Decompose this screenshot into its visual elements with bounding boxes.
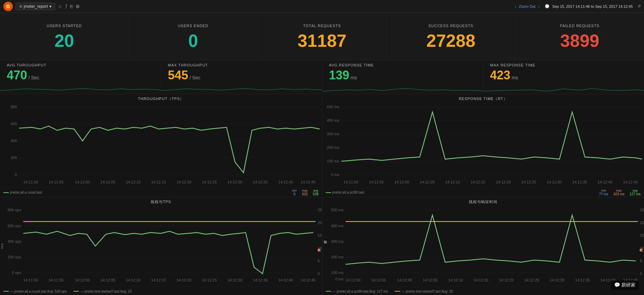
watermark-icon: 💬 <box>614 282 620 288</box>
svg-text:0 ms: 0 ms <box>335 277 344 281</box>
legend-green-line <box>3 291 9 292</box>
legend-threads-rt-series1: — jmeter.all.a.pct90.last Avg: 127 ms <box>332 290 388 293</box>
chart-rt-body: 500 ms 400 ms 300 ms 200 ms 100 ms 0 ms … <box>322 103 644 188</box>
metric-unit-avg-response-time: ms <box>351 75 357 80</box>
chart-column-left: THROUGHPUT（TPS） 800 600 400 200 0 14 <box>0 94 322 295</box>
svg-text:200 ms: 200 ms <box>331 255 343 259</box>
dropdown-icon: ▾ <box>49 4 51 9</box>
share-icon[interactable]: ⤴ <box>65 4 67 9</box>
metric-unit-max-throughput: / Sec <box>190 75 200 80</box>
svg-text:600 ops: 600 ops <box>7 224 21 228</box>
svg-text:14:12:20: 14:12:20 <box>177 180 192 184</box>
refresh-icon[interactable]: ↺ <box>638 4 641 8</box>
topbar-right: ‹ Zoom Out › 🕐 Sep 15, 2017 14:11:46 to … <box>515 4 641 8</box>
rt-min-value: 77 ms <box>599 192 608 196</box>
settings-icon[interactable]: ⚙ <box>76 4 80 9</box>
svg-text:14:12:20: 14:12:20 <box>496 180 511 184</box>
svg-text:14:12:30: 14:12:30 <box>228 278 242 282</box>
metric-label-avg-response-time: AVG RESPONSE TIME <box>329 63 476 67</box>
chart-threads-rt-title: 线程与响应时间 <box>322 199 644 204</box>
stat-value-failed-requests: 3899 <box>560 32 599 50</box>
chart-tps-body: 800 600 400 200 0 14:11:50 14:11:55 14:1… <box>0 103 322 188</box>
svg-text:15: 15 <box>640 233 644 237</box>
svg-text:500 ms: 500 ms <box>327 105 339 109</box>
svg-text:14:11:55: 14:11:55 <box>49 278 64 282</box>
stat-label-failed-requests: FAILED REQUESTS <box>560 24 599 28</box>
svg-text:300 ms: 300 ms <box>331 239 343 243</box>
legend-threads-rt-green-line <box>326 291 331 292</box>
chart-threads-tps-svg: 800 ops 600 ops 400 ops 200 ops 0 ops 25… <box>0 206 322 287</box>
svg-text:10: 10 <box>640 246 644 250</box>
legend-threads-rt-gold-line <box>395 291 400 292</box>
svg-text:14:11:55: 14:11:55 <box>369 180 384 184</box>
star-icon[interactable]: ☆ <box>58 4 62 9</box>
svg-text:200 ms: 200 ms <box>327 145 339 150</box>
svg-text:14:12:00: 14:12:00 <box>75 180 90 184</box>
zoom-out-right-icon[interactable]: › <box>538 4 539 8</box>
svg-text:800 ops: 800 ops <box>7 208 21 212</box>
stat-success-requests: SUCCESS REQUESTS 27288 <box>387 13 516 60</box>
stat-label-users-ended: USERS ENDED <box>178 24 208 28</box>
grafana-logo[interactable]: G <box>3 2 13 11</box>
rt-min-col: min 77 ms <box>599 189 608 196</box>
watermark: 💬 易研家 <box>611 280 639 290</box>
legend-tps-label: jmeter.all.a.count.last <box>10 191 42 194</box>
tps-avg-value: 538 <box>313 192 319 196</box>
metric-avg-response-time: AVG RESPONSE TIME 139 ms <box>322 60 484 94</box>
svg-text:400 ms: 400 ms <box>327 118 339 122</box>
svg-text:14:11:50: 14:11:50 <box>343 180 358 184</box>
clock-icon: 🕐 <box>545 4 550 8</box>
svg-text:14:11:55: 14:11:55 <box>49 180 64 184</box>
metric-label-max-response-time: MAX RESPONSE TIME <box>490 63 637 67</box>
svg-text:14:11:50: 14:11:50 <box>345 278 360 282</box>
svg-text:14:12:35: 14:12:35 <box>575 278 590 282</box>
legend-threads-tps-series1: — jmeter.all.a.count.last Avg: 538 ops <box>10 290 67 293</box>
svg-text:14:12:40: 14:12:40 <box>597 180 612 184</box>
chart-tps-footer: jmeter.all.a.count.last min 8 max 625 av… <box>0 188 322 197</box>
zoom-out-button[interactable]: Zoom Out <box>519 4 535 8</box>
tps-max-col: max 625 <box>302 189 308 196</box>
metric-avg-throughput: AVG THROUGHPUT 470 / Sec <box>0 60 161 94</box>
svg-text:14:12:40: 14:12:40 <box>278 180 293 184</box>
svg-text:14:11:50: 14:11:50 <box>23 278 38 282</box>
rt-max-col: max 423 ms <box>613 189 624 196</box>
chart-threads-rt: 线程与响应时间 响应时间 线程数 500 ms 400 ms 300 ms 20… <box>322 197 644 295</box>
rt-avg-value: 127 ms <box>629 192 641 196</box>
chart-tps: THROUGHPUT（TPS） 800 600 400 200 0 14 <box>0 94 322 197</box>
svg-text:14:12:25: 14:12:25 <box>521 180 536 184</box>
stat-failed-requests: FAILED REQUESTS 3899 <box>515 13 644 60</box>
chart-threads-tps: 线程与TPS TPS 线程数 800 ops 600 ops 400 ops 2… <box>0 197 322 295</box>
svg-text:14:12:10: 14:12:10 <box>445 180 460 184</box>
topbar: G ⊞ jmeter_report ▾ ☆ ⤴ ⎘ ⚙ ‹ Zoom Out ›… <box>0 0 644 13</box>
svg-text:400 ms: 400 ms <box>331 224 343 228</box>
svg-text:14:12:05: 14:12:05 <box>420 180 434 184</box>
svg-text:14:12:25: 14:12:25 <box>202 180 217 184</box>
stats-row: USERS STARTED 20 USERS ENDED 0 TOTAL REQ… <box>0 13 644 60</box>
zoom-out-left-icon[interactable]: ‹ <box>515 4 516 8</box>
stat-users-ended: USERS ENDED 0 <box>129 13 258 60</box>
chart-threads-tps-title: 线程与TPS <box>0 199 322 204</box>
svg-text:14:12:15: 14:12:15 <box>151 278 166 282</box>
svg-text:14:12:35: 14:12:35 <box>253 180 268 184</box>
legend-tps: jmeter.all.a.count.last <box>3 191 42 194</box>
svg-text:14:12:25: 14:12:25 <box>524 278 539 282</box>
svg-text:200: 200 <box>10 156 17 160</box>
chart-column-right: RESPONSE TIME（RT） 500 ms 400 ms 300 ms 2… <box>322 94 644 295</box>
svg-text:500 ms: 500 ms <box>331 208 343 212</box>
svg-text:14:12:00: 14:12:00 <box>75 278 90 282</box>
svg-text:200 ops: 200 ops <box>7 255 21 259</box>
svg-text:5: 5 <box>640 259 642 263</box>
bookmark-icon[interactable]: ⎘ <box>70 4 73 9</box>
svg-text:14:12:00: 14:12:00 <box>397 278 412 282</box>
stat-value-total-requests: 31187 <box>298 32 347 50</box>
chart-rt-stats: min 77 ms max 423 ms avg 127 ms <box>599 189 641 196</box>
legend-threads-tps-green: — jmeter.all.a.count.last Avg: 538 ops <box>3 290 67 293</box>
svg-text:10: 10 <box>318 246 322 250</box>
legend-threads-rt-gold: — jmeter.test.startedT.last Avg: 20 <box>395 290 453 293</box>
rt-avg-col: avg 127 ms <box>629 189 641 196</box>
dashboard-tab[interactable]: ⊞ jmeter_report ▾ <box>16 3 55 10</box>
tab-label: jmeter_report <box>24 4 48 9</box>
legend-threads-tps-series2: — jmeter.test.startedT.last Avg: 20 <box>80 290 132 293</box>
time-range[interactable]: Sep 15, 2017 14:11:46 to Sep 15, 2017 14… <box>552 4 633 8</box>
svg-text:14:12:30: 14:12:30 <box>550 278 564 282</box>
